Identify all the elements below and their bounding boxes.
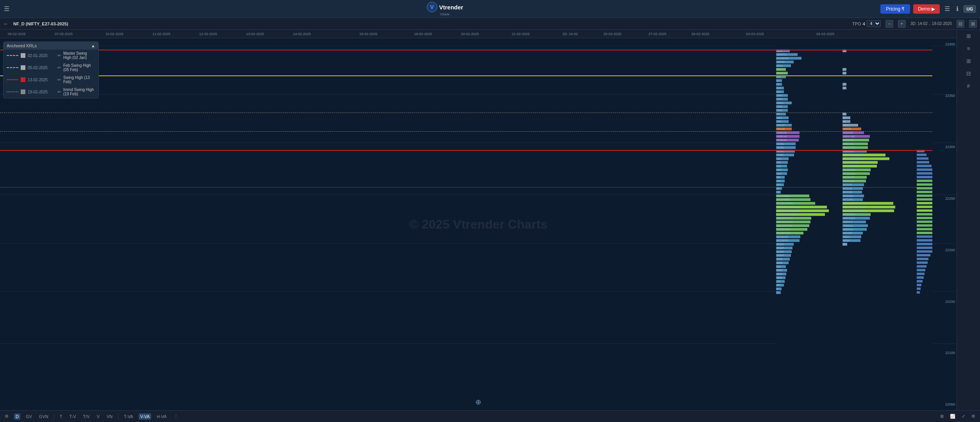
settings-gear-button[interactable]: ⚙ bbox=[3, 413, 10, 420]
tpo-control: TPO 4 456 bbox=[852, 20, 881, 27]
user-badge[interactable]: UG bbox=[963, 5, 976, 13]
gvn-button[interactable]: GVN bbox=[37, 413, 50, 420]
panel-icon-2[interactable]: ≡ bbox=[967, 45, 970, 52]
krl-line-3 bbox=[0, 150, 932, 151]
krl-color-1 bbox=[21, 53, 25, 58]
krl-line-sample-1 bbox=[7, 55, 18, 56]
crosshair-icon[interactable]: ⊕ bbox=[475, 398, 481, 406]
tv2-button[interactable]: T/V bbox=[82, 413, 91, 420]
logo-text: Vtrender bbox=[439, 4, 463, 11]
pricing-button[interactable]: Pricing ₹ bbox=[880, 4, 910, 14]
price-22350: 22350 bbox=[933, 94, 957, 98]
logo-subtext: Charts bbox=[440, 13, 450, 16]
price-22150: 22150 bbox=[933, 300, 957, 304]
hamburger-menu-icon[interactable]: ☰ bbox=[4, 5, 9, 13]
krl-line-sample-3 bbox=[7, 79, 18, 80]
more-button[interactable]: ⋮ bbox=[172, 413, 180, 420]
date-tick: 14-02-2025 bbox=[293, 32, 311, 36]
right-panel: ⊞ ≡ ⊞ ⊟ # bbox=[957, 30, 980, 410]
profile-area bbox=[776, 38, 932, 410]
krl-collapse-icon[interactable]: ▲ bbox=[91, 43, 95, 48]
krl-date-3: 13-02-2025 bbox=[28, 78, 55, 82]
minus-button[interactable]: − bbox=[885, 20, 893, 28]
krl-line-1 bbox=[0, 113, 932, 113]
bottom-bar: ⚙ D GV GVN T T-V T/V V VN T-VA V-VA H-VA… bbox=[0, 410, 980, 422]
bottom-settings-button[interactable]: ⚙ bbox=[970, 413, 977, 420]
second-bar: ← NF_D (NIFTY_E27-03-2025) TPO 4 456 − +… bbox=[0, 18, 980, 30]
date-tick: 21-02-2025 bbox=[512, 32, 530, 36]
chart-area: © 2025 Vtrender Charts 22400 22350 22300… bbox=[0, 38, 957, 410]
krl-edit-2[interactable]: ✏ bbox=[57, 65, 61, 70]
krl-color-4 bbox=[21, 89, 25, 94]
date-tick: 19-02-2025 bbox=[414, 32, 432, 36]
krl-line-sample-4 bbox=[7, 91, 18, 92]
krl-line-4 bbox=[0, 187, 932, 188]
gv-button[interactable]: GV bbox=[24, 413, 34, 420]
profile-canvas bbox=[776, 38, 932, 410]
bottom-divider-2 bbox=[118, 413, 118, 420]
tva-button[interactable]: T-VA bbox=[122, 413, 135, 420]
watermark: © 2025 Vtrender Charts bbox=[409, 217, 547, 232]
logo-icon: V bbox=[427, 2, 437, 13]
date-tick: 07-02-2025 bbox=[55, 32, 73, 36]
chart-view-button[interactable]: 📈 bbox=[948, 413, 957, 420]
date-tick: 12-02-2025 bbox=[199, 32, 217, 36]
list-icon[interactable]: ☰ bbox=[943, 4, 951, 14]
bottom-divider-1 bbox=[54, 413, 54, 420]
krl-desc-4: Immd Swing High (19 Feb) bbox=[63, 88, 95, 96]
v-button[interactable]: V bbox=[95, 413, 101, 420]
grid-view-button[interactable]: ⊞ bbox=[939, 413, 945, 420]
date-tick: 20-02-2025 bbox=[461, 32, 479, 36]
tpo-select[interactable]: 456 bbox=[867, 20, 881, 27]
date-tick: 04-03-2025 bbox=[816, 32, 834, 36]
plus-button[interactable]: + bbox=[898, 20, 906, 28]
krl-date-1: 02-01-2025 bbox=[28, 54, 55, 58]
date-tick: 27-02-2025 bbox=[648, 32, 666, 36]
panel-icon-5[interactable]: # bbox=[967, 83, 970, 89]
back-button[interactable]: ← bbox=[3, 21, 9, 27]
krl-desc-3: Swing High (13 Feb) bbox=[63, 75, 95, 84]
tpo-label: TPO bbox=[852, 21, 861, 26]
expand-button[interactable]: ⊞ bbox=[969, 20, 977, 28]
vn-button[interactable]: VN bbox=[105, 413, 114, 420]
panel-icon-4[interactable]: ⊟ bbox=[966, 70, 971, 77]
bottom-right: ⊞ 📈 ⤢ ⚙ bbox=[939, 413, 977, 420]
top-nav: ☰ V Vtrender Charts Pricing ₹ Demo ▶ ☰ ℹ… bbox=[0, 0, 980, 18]
krl-row-3: 13-02-2025 ✏ Swing High (13 Feb) bbox=[4, 74, 98, 86]
maximize-button[interactable]: ⤢ bbox=[960, 413, 967, 420]
date-bar: 06-02-2025 07-02-2025 10-02-2025 11-02-2… bbox=[0, 30, 957, 38]
price-22050: 22050 bbox=[933, 402, 957, 406]
krl-row-4: 19-02-2025 ✏ Immd Swing High (19 Feb) bbox=[4, 86, 98, 98]
price-22250: 22250 bbox=[933, 197, 957, 200]
date-tick: 25-02-2025 bbox=[603, 32, 621, 36]
swing-high-line-2 bbox=[0, 50, 932, 50]
price-22300: 22300 bbox=[933, 145, 957, 149]
price-22200: 22200 bbox=[933, 248, 957, 252]
krl-panel: Anchored KRLs ▲ 02-01-2025 ✏ Master Swin… bbox=[3, 41, 99, 98]
price-22400: 22400 bbox=[933, 42, 957, 46]
hva-button[interactable]: H-VA bbox=[155, 413, 168, 420]
date-tick: 03-03-2025 bbox=[746, 32, 764, 36]
date-tick: 10-02-2025 bbox=[105, 32, 123, 36]
info-icon[interactable]: ℹ bbox=[955, 4, 960, 14]
svg-text:V: V bbox=[430, 4, 434, 10]
date-tick: 28-02-2025 bbox=[691, 32, 709, 36]
date-tick: 2D: 24-02 bbox=[562, 32, 578, 36]
tv-button[interactable]: T-V bbox=[68, 413, 77, 420]
krl-date-2: 05-02-2025 bbox=[28, 66, 55, 70]
demo-button[interactable]: Demo ▶ bbox=[913, 4, 940, 14]
vva-button[interactable]: V-VA bbox=[139, 413, 151, 420]
panel-icon-3[interactable]: ⊞ bbox=[966, 58, 971, 64]
date-tick: 18-02-2025 bbox=[359, 32, 377, 36]
range-label: 3D: 14-02 .. 18-02-2025 bbox=[910, 21, 952, 26]
krl-line-sample-2 bbox=[7, 67, 18, 68]
krl-header[interactable]: Anchored KRLs ▲ bbox=[4, 42, 98, 50]
panel-icon-1[interactable]: ⊞ bbox=[966, 33, 971, 39]
split-view-button[interactable]: ⊟ bbox=[957, 20, 964, 28]
krl-desc-1: Master Swing High (02 Jan) bbox=[63, 51, 95, 60]
krl-edit-1[interactable]: ✏ bbox=[57, 53, 61, 58]
t-button[interactable]: T bbox=[58, 413, 64, 420]
krl-edit-4[interactable]: ✏ bbox=[57, 89, 61, 95]
krl-edit-3[interactable]: ✏ bbox=[57, 77, 61, 82]
d-button[interactable]: D bbox=[14, 413, 20, 420]
